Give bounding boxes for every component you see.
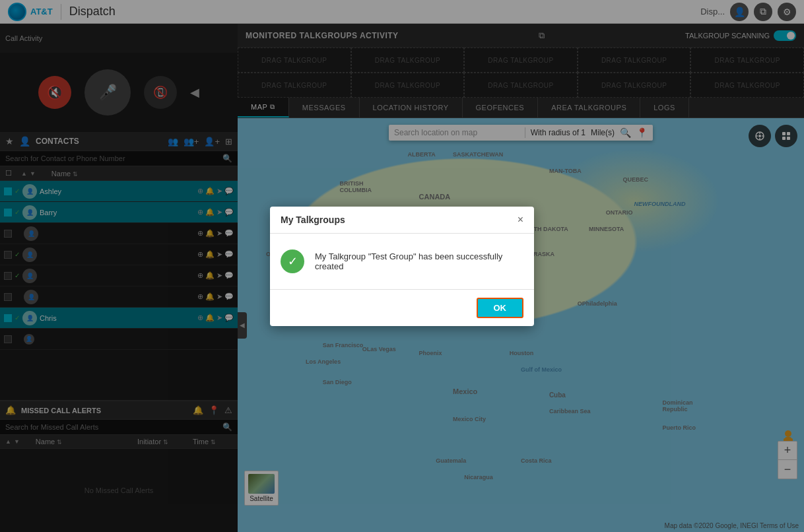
modal-close-button[interactable]: × (518, 215, 523, 225)
modal-ok-button[interactable]: OK (477, 298, 524, 318)
modal-body: ✓ My Talkgroup "Test Group" has been suc… (270, 234, 534, 289)
my-talkgroups-modal: My Talkgroups × ✓ My Talkgroup "Test Gro… (270, 207, 534, 326)
modal-footer: OK (270, 289, 534, 326)
modal-overlay: My Talkgroups × ✓ My Talkgroup "Test Gro… (0, 0, 804, 532)
modal-title: My Talkgroups (281, 215, 345, 225)
success-icon: ✓ (281, 249, 304, 273)
modal-message: My Talkgroup "Test Group" has been succe… (315, 251, 523, 271)
modal-header: My Talkgroups × (270, 207, 534, 234)
